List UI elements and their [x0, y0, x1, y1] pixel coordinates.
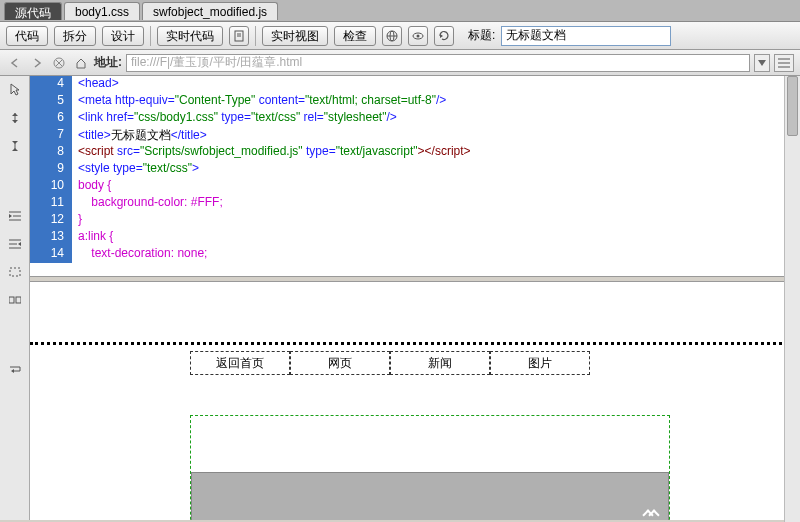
code-line[interactable]: a:link {	[72, 229, 113, 246]
address-bar: 地址:	[0, 50, 800, 76]
wrap-icon[interactable]	[7, 362, 23, 378]
forward-icon[interactable]	[28, 54, 46, 72]
stop-icon[interactable]	[50, 54, 68, 72]
flash-placeholder	[191, 472, 669, 520]
nav-cell-news[interactable]: 新闻	[390, 351, 490, 375]
tab-source[interactable]: 源代码	[4, 2, 62, 20]
svg-rect-31	[9, 297, 14, 303]
live-code-button[interactable]: 实时代码	[157, 26, 223, 46]
title-input[interactable]	[501, 26, 671, 46]
collapse-icon[interactable]	[7, 110, 23, 126]
svg-marker-33	[11, 369, 14, 373]
code-line[interactable]: <title>无标题文档</title>	[72, 127, 207, 144]
refresh-icon[interactable]	[434, 26, 454, 46]
outdent-icon[interactable]	[7, 236, 23, 252]
line-number: 5	[30, 93, 72, 110]
title-label: 标题:	[468, 27, 495, 44]
indent-icon[interactable]	[7, 208, 23, 224]
select-icon[interactable]	[7, 264, 23, 280]
svg-marker-20	[12, 141, 18, 144]
doc-icon[interactable]	[229, 26, 249, 46]
code-line[interactable]: body {	[72, 178, 111, 195]
split-button[interactable]: 拆分	[54, 26, 96, 46]
line-number: 12	[30, 212, 72, 229]
nav-cell-home[interactable]: 返回首页	[190, 351, 290, 375]
address-label: 地址:	[94, 54, 122, 71]
line-number: 6	[30, 110, 72, 127]
code-line[interactable]: text-decoration: none;	[72, 246, 207, 263]
list-icon[interactable]	[774, 54, 794, 72]
svg-rect-30	[10, 268, 20, 276]
svg-rect-32	[16, 297, 21, 303]
code-line[interactable]: <link href="css/body1.css" type="text/cs…	[72, 110, 397, 127]
separator	[255, 26, 256, 46]
file-tabs: 源代码 body1.css swfobject_modified.js	[0, 0, 800, 22]
cursor-icon[interactable]	[7, 82, 23, 98]
live-view-button[interactable]: 实时视图	[262, 26, 328, 46]
line-number: 4	[30, 76, 72, 93]
scrollbar-thumb[interactable]	[787, 76, 798, 136]
code-line[interactable]: background-color: #FFF;	[72, 195, 223, 212]
svg-marker-29	[18, 242, 21, 246]
separator	[150, 26, 151, 46]
expand-icon[interactable]	[7, 138, 23, 154]
code-line[interactable]: <head>	[72, 76, 119, 93]
resize-gripper-icon[interactable]	[640, 509, 660, 520]
globe-icon[interactable]	[382, 26, 402, 46]
line-number: 10	[30, 178, 72, 195]
svg-point-7	[417, 34, 420, 37]
svg-marker-17	[12, 113, 18, 116]
nav-cell-web[interactable]: 网页	[290, 351, 390, 375]
address-dropdown-icon[interactable]	[754, 54, 770, 72]
home-icon[interactable]	[72, 54, 90, 72]
code-line[interactable]: <style type="text/css">	[72, 161, 199, 178]
nav-cell-image[interactable]: 图片	[490, 351, 590, 375]
design-view[interactable]: 返回首页 网页 新闻 图片	[30, 282, 800, 520]
dashed-divider	[30, 342, 800, 345]
design-button[interactable]: 设计	[102, 26, 144, 46]
code-button[interactable]: 代码	[6, 26, 48, 46]
main-toolbar: 代码 拆分 设计 实时代码 实时视图 检查 标题:	[0, 22, 800, 50]
svg-marker-18	[12, 120, 18, 123]
tab-body1css[interactable]: body1.css	[64, 2, 140, 20]
svg-marker-25	[9, 214, 12, 218]
balance-icon[interactable]	[7, 292, 23, 308]
vertical-scrollbar[interactable]	[784, 76, 800, 522]
code-line[interactable]: <meta http-equiv="Content-Type" content=…	[72, 93, 446, 110]
tab-swfobject[interactable]: swfobject_modified.js	[142, 2, 278, 20]
code-gutter	[0, 76, 30, 520]
line-number: 14	[30, 246, 72, 263]
line-number: 8	[30, 144, 72, 161]
code-editor[interactable]: 4<head>5<meta http-equiv="Content-Type" …	[30, 76, 800, 276]
back-icon[interactable]	[6, 54, 24, 72]
address-input[interactable]	[126, 54, 750, 72]
line-number: 9	[30, 161, 72, 178]
content-container[interactable]	[190, 415, 670, 520]
line-number: 11	[30, 195, 72, 212]
line-number: 7	[30, 127, 72, 144]
eye-icon[interactable]	[408, 26, 428, 46]
code-line[interactable]: }	[72, 212, 82, 229]
line-number: 13	[30, 229, 72, 246]
svg-marker-8	[440, 34, 443, 38]
nav-table: 返回首页 网页 新闻 图片	[190, 351, 800, 375]
svg-marker-12	[758, 60, 766, 66]
code-line[interactable]: <script src="Scripts/swfobject_modified.…	[72, 144, 471, 161]
inspect-button[interactable]: 检查	[334, 26, 376, 46]
svg-marker-21	[12, 148, 18, 151]
